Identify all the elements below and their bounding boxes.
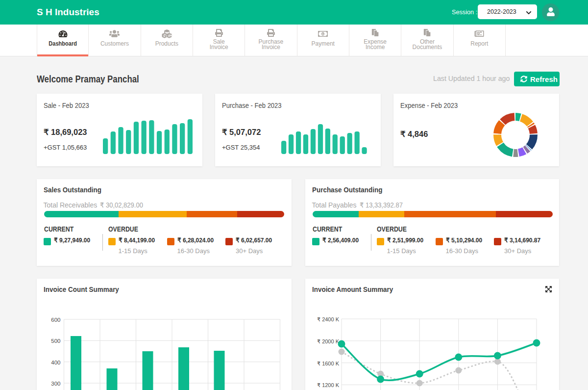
- svg-text:500: 500: [51, 338, 60, 344]
- svg-text:300: 300: [51, 381, 60, 387]
- svg-text:600: 600: [51, 317, 60, 323]
- svg-text:₹ 2000 K: ₹ 2000 K: [317, 338, 340, 344]
- svg-text:400: 400: [51, 360, 60, 365]
- svg-text:₹ 2400 K: ₹ 2400 K: [317, 316, 340, 322]
- svg-text:₹ 1600 K: ₹ 1600 K: [317, 361, 340, 366]
- svg-text:₹ 1200 K: ₹ 1200 K: [317, 382, 340, 388]
